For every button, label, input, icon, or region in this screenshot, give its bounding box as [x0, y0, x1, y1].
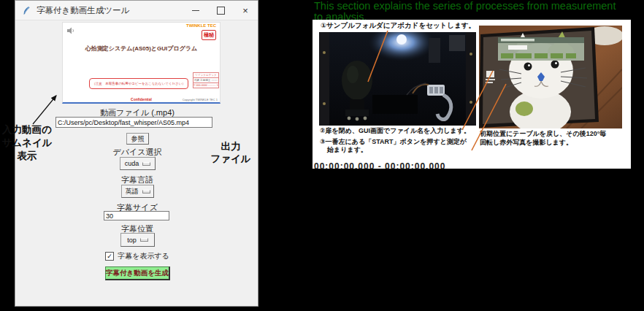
video-file-input[interactable] [55, 117, 212, 128]
slide-footer: Copyright TWINKLE TEC 1 Confidential [63, 95, 220, 101]
secret-stamp: 極秘 [202, 30, 216, 40]
minimize-button[interactable] [183, 1, 208, 20]
window-title: 字幕付き動画生成ツール [37, 5, 183, 16]
measurement-gui-panel [498, 37, 584, 61]
thumbnail-annotation: 入力動画の サムネイル 表示 [0, 123, 60, 163]
close-button[interactable]: × [233, 1, 258, 20]
notice-box: （注意 本報告書の転用やコピーをおこなわないでください） [89, 78, 188, 89]
position-dropdown[interactable]: top [120, 233, 155, 247]
close-icon: × [242, 6, 248, 15]
maximize-button[interactable] [208, 1, 233, 20]
maximize-icon [217, 7, 225, 15]
process-slide: ①サンプルフォルダにアボカドをセットします。 [313, 20, 631, 169]
titlebar: 字幕付き動画生成ツール × [15, 1, 258, 20]
minimize-icon [192, 10, 199, 11]
speaker-icon [67, 27, 75, 34]
position-dropdown-value: top [127, 237, 137, 244]
brand-text: TWINKLE TEC [186, 23, 216, 28]
language-dropdown-value: 英語 [126, 187, 139, 196]
python-app-icon [22, 6, 31, 15]
measurement-chamber-photo [319, 32, 476, 126]
notice-text: （注意 本報告書の転用やコピーをおこなわないでください） [92, 82, 185, 85]
output-file-annotation: 出力 ファイル [210, 140, 252, 165]
rotation-caption-text: 初期位置にテーブルを戻し、その後120°毎 回転し赤外写真を撮影します。 [480, 130, 626, 147]
step1-text: ①サンプルフォルダにアボカドをセットします。 [321, 21, 475, 31]
dropdown-indicator-icon [140, 238, 148, 242]
video-thumbnail-preview: TWINKLE TEC 極秘 心拍測定システム(AS05)とGUIプログラム （… [62, 22, 221, 104]
timestamp-fragment: 00:00:00,000 - 00:00:00,000 [314, 161, 445, 169]
monitor-photo [479, 26, 622, 128]
confidential-text: Confidential [63, 97, 220, 101]
avocado [342, 61, 372, 100]
browse-button[interactable]: 参照 [126, 133, 149, 145]
device-dropdown-value: cuda [125, 160, 139, 167]
desktop-icon [486, 71, 494, 77]
company-representative: 代表 工学博士 ○○○○ [193, 78, 218, 83]
show-subtitle-label: 字幕を表示する [118, 251, 169, 261]
subtitle-line1: This section explains the series of proc… [314, 1, 644, 12]
step2-text: ②扉を閉め、GUI画面でファイル名を入力します。 [320, 126, 470, 136]
language-dropdown[interactable]: 英語 [121, 185, 154, 198]
company-name: ツインクルテック [193, 73, 218, 78]
step3-text: ③一番左にある「START」ボタンを押すと測定が 始まります。 [320, 138, 467, 154]
device-dropdown[interactable]: cuda [120, 157, 156, 170]
subtitle-language-label: 字幕言語 [15, 174, 259, 185]
slide-title: 心拍測定システム(AS05)とGUIプログラム [63, 45, 220, 53]
generate-video-button[interactable]: 字幕付き動画を生成 [105, 266, 170, 280]
checkmark-icon: ✓ [107, 253, 112, 260]
company-address: 〒000-0000 ○○○○○ 1-4F [193, 83, 218, 88]
show-subtitle-row: ✓ 字幕を表示する [15, 251, 259, 261]
show-subtitle-checkbox[interactable]: ✓ [105, 252, 114, 261]
company-info-box: ツインクルテック 代表 工学博士 ○○○○ 〒000-0000 ○○○○○ 1-… [193, 72, 219, 88]
dropdown-indicator-icon [142, 162, 150, 166]
subtitle-size-input[interactable] [104, 211, 169, 220]
dropdown-indicator-icon [142, 190, 150, 193]
